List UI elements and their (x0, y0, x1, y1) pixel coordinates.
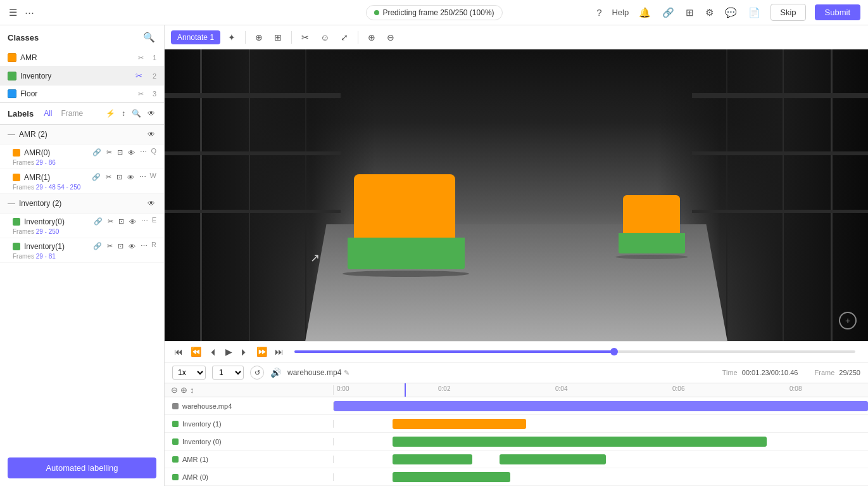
floor-tool-icon: ✂ (138, 90, 144, 98)
robot1-body (354, 174, 455, 238)
labels-tab-all[interactable]: All (44, 109, 52, 118)
next-keyframe-btn[interactable]: ⏩ (255, 345, 269, 358)
tl-track-inv1[interactable] (334, 415, 868, 432)
menu-icon[interactable]: ⋯ (23, 6, 35, 20)
classes-search-icon[interactable]: 🔍 (142, 30, 156, 44)
amr0-more-icon[interactable]: ⋯ (139, 147, 148, 158)
zoom-in-tool[interactable]: ⊕ (364, 30, 379, 45)
inventory-group-eye[interactable]: 👁 (146, 198, 156, 209)
amr1-link-icon[interactable]: 🔗 (91, 172, 102, 182)
chat-icon[interactable]: 💬 (724, 6, 738, 20)
cursor-tool[interactable]: ✦ (224, 30, 239, 45)
shelf-board-r3 (692, 210, 868, 213)
amr0-eye-icon[interactable]: 👁 (127, 147, 136, 158)
sync-button[interactable]: ↺ (250, 366, 264, 380)
toolbar: Annotate 1 ✦ ⊕ ⊞ ✂ ☺ ⤢ ⊕ ⊖ (165, 25, 868, 49)
inv1-copy-icon[interactable]: ⊡ (116, 241, 125, 252)
seek-bar[interactable] (294, 350, 855, 353)
inv0-scissor-icon[interactable]: ✂ (106, 216, 115, 227)
inv0-copy-icon[interactable]: ⊡ (117, 216, 125, 227)
time-label: Time (722, 369, 738, 376)
sort-icon[interactable]: ↕ (120, 108, 127, 119)
speed-select[interactable]: 1x 0.5x 2x (172, 366, 206, 380)
prev-keyframe-btn[interactable]: ⏪ (189, 345, 203, 358)
settings-icon[interactable]: ⚙ (704, 6, 715, 20)
amr1-copy-icon[interactable]: ⊡ (115, 172, 123, 182)
label-group-inventory: — Inventory (2) 👁 (0, 194, 164, 214)
tl-track-warehouse[interactable] (334, 397, 868, 414)
amr1-scissor-icon[interactable]: ✂ (104, 172, 113, 182)
paste-tool[interactable]: ⊞ (270, 30, 286, 45)
tl-track-amr1[interactable] (334, 451, 868, 468)
frame-select[interactable]: 1 (212, 366, 244, 380)
hamburger-icon[interactable]: ☰ (8, 6, 18, 20)
submit-button[interactable]: Submit (815, 4, 860, 20)
class-item-inventory[interactable]: Inventory ✂ 2 (0, 66, 164, 86)
zoom-out-timeline[interactable]: ⊖ (171, 385, 178, 395)
step-forward-btn[interactable]: ⏵ (238, 345, 251, 358)
inv1-link-icon[interactable]: 🔗 (92, 241, 103, 252)
inv0-color (13, 218, 20, 226)
robot1 (348, 174, 465, 277)
amr1-more-icon[interactable]: ⋯ (138, 172, 148, 182)
amr1-eye-icon[interactable]: 👁 (126, 172, 135, 182)
auto-label-button[interactable]: Automated labelling (8, 457, 156, 478)
seek-thumb[interactable] (610, 348, 618, 355)
tl-track-amr0[interactable] (334, 468, 868, 485)
timeline-row-amr0: AMR (0) (165, 468, 868, 486)
canvas-area[interactable]: ↗ + (165, 49, 868, 341)
class-item-amr[interactable]: AMR ✂ 1 (0, 49, 164, 66)
transform-tool[interactable]: ⤢ (337, 30, 352, 45)
inventory-tool-icon[interactable]: ✂ (134, 70, 144, 82)
tl-color-amr0 (172, 474, 179, 480)
play-btn[interactable]: ▶ (223, 345, 234, 358)
step-back-btn[interactable]: ⏴ (207, 345, 220, 358)
tl-track-inv0[interactable] (334, 433, 868, 450)
emoji-tool[interactable]: ☺ (317, 30, 333, 45)
inv1-eye-icon[interactable]: 👁 (127, 241, 137, 252)
skip-button[interactable]: Skip (771, 4, 805, 21)
dashboard-icon[interactable]: ⊞ (684, 6, 695, 20)
share-icon[interactable]: 🔗 (661, 6, 676, 20)
bell-icon[interactable]: 🔔 (638, 6, 652, 20)
sort-timeline[interactable]: ↕ (190, 385, 194, 395)
amr-group-eye[interactable]: 👁 (146, 129, 156, 140)
tl-name-amr0: AMR (0) (182, 473, 208, 481)
shelf-board-l3 (165, 210, 341, 213)
document-icon[interactable]: 📄 (747, 6, 762, 20)
timeline-zoom-controls: ⊖ ⊕ ↕ (165, 385, 334, 395)
eye-icon[interactable]: 👁 (146, 108, 156, 119)
filter-icon[interactable]: ⚡ (104, 108, 116, 119)
help-icon[interactable]: ? (595, 6, 603, 19)
amr0-scissor-icon[interactable]: ✂ (105, 147, 113, 158)
labels-tab-frame[interactable]: Frame (61, 109, 84, 118)
tl-bar-amr1-1 (393, 454, 473, 464)
inv0-eye-icon[interactable]: 👁 (128, 216, 137, 227)
amr1-color (13, 174, 20, 181)
amr0-link-icon[interactable]: 🔗 (91, 147, 103, 158)
amr0-copy-icon[interactable]: ⊡ (116, 147, 124, 158)
inv0-key: E (152, 216, 156, 227)
skip-to-start-btn[interactable]: ⏮ (172, 345, 185, 358)
search-labels-icon[interactable]: 🔍 (130, 108, 142, 119)
inv0-more-icon[interactable]: ⋯ (140, 216, 149, 227)
label-item-inv1: Inventory(1) 🔗 ✂ ⊡ 👁 ⋯ R Frames 29 - 81 (0, 238, 164, 263)
copy-tool[interactable]: ⊕ (251, 30, 267, 45)
annotate-button[interactable]: Annotate 1 (171, 30, 220, 44)
ruler-marks-area: 0:00 0:02 0:04 0:06 0:08 0:10 (334, 383, 868, 397)
predict-dot (374, 10, 379, 15)
inv0-link-icon[interactable]: 🔗 (92, 216, 104, 227)
timeline-ruler: ⊖ ⊕ ↕ 0:00 0:02 0:04 0:06 0:08 0:10 (165, 383, 868, 397)
amr0-row: AMR(0) 🔗 ✂ ⊡ 👁 ⋯ Q (13, 147, 156, 158)
class-item-floor[interactable]: Floor ✂ 3 (0, 86, 164, 102)
tl-name-warehouse: warehouse.mp4 (182, 402, 232, 410)
toolbar-divider2 (291, 31, 292, 44)
zoom-out-tool[interactable]: ⊖ (383, 30, 398, 45)
volume-button[interactable]: 🔊 (270, 368, 281, 378)
zoom-in-timeline[interactable]: ⊕ (180, 385, 187, 395)
inv1-scissor-icon[interactable]: ✂ (106, 241, 114, 252)
cut-tool[interactable]: ✂ (298, 30, 313, 45)
skip-to-end-btn[interactable]: ⏭ (273, 345, 286, 358)
inv1-more-icon[interactable]: ⋯ (139, 241, 149, 252)
mark-2: 0:04 (555, 385, 567, 392)
